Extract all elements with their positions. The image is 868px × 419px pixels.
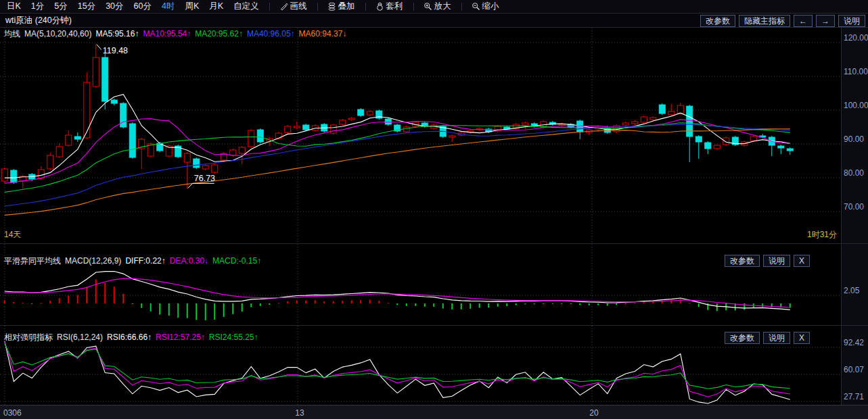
period-tab-日K[interactable]: 日K bbox=[7, 1, 21, 12]
price-tick: 120.00 bbox=[844, 33, 868, 43]
modify-params-button[interactable]: 改参数 bbox=[700, 15, 735, 27]
low-pointer-line bbox=[188, 183, 214, 188]
price-tick: 100.00 bbox=[844, 101, 868, 110]
tool-叠加[interactable]: 叠加 bbox=[327, 1, 355, 12]
period-tab-月K[interactable]: 月K bbox=[209, 1, 223, 12]
main-price-axis: 120.00110.00100.0090.0080.0070.00 bbox=[841, 28, 868, 243]
rsi-tick: 60.07 bbox=[844, 365, 864, 374]
pencil-icon bbox=[279, 2, 288, 11]
macd-canvas-wrap[interactable]: 平滑异同平均线MACD(12,26,9)DIFF:0.22↑DEA:0.30↓M… bbox=[0, 244, 841, 325]
tool-缩小[interactable]: 缩小 bbox=[472, 1, 499, 12]
tool-套利[interactable]: 套利 bbox=[375, 1, 403, 12]
price-tick: 70.00 bbox=[844, 202, 864, 212]
period-tab-60分[interactable]: 60分 bbox=[134, 1, 152, 12]
tool-label: 叠加 bbox=[338, 1, 355, 12]
price-tick: 90.00 bbox=[844, 134, 864, 144]
close-button[interactable]: X bbox=[794, 332, 810, 344]
main-chart-canvas[interactable]: 119.4876.73 bbox=[0, 28, 841, 243]
tool-画线[interactable]: 画线 bbox=[279, 1, 307, 12]
help-button[interactable]: 说明 bbox=[838, 15, 865, 27]
price-tick: 110.00 bbox=[844, 67, 868, 76]
zoom-in-icon bbox=[424, 2, 432, 11]
tool-label: 缩小 bbox=[482, 1, 499, 12]
high-pointer-line bbox=[97, 45, 101, 50]
rsi-canvas[interactable] bbox=[0, 326, 841, 405]
rsi24-line bbox=[5, 343, 790, 389]
period-tab-自定义[interactable]: 自定义 bbox=[233, 1, 259, 12]
tool-label: 画线 bbox=[290, 1, 307, 12]
period-tab-周K[interactable]: 周K bbox=[185, 1, 199, 12]
high-annotation: 119.48 bbox=[103, 46, 128, 55]
period-tab-30分[interactable]: 30分 bbox=[106, 1, 123, 12]
period-tab-4时[interactable]: 4时 bbox=[162, 1, 175, 12]
rsi-buttons: 改参数说明X bbox=[721, 332, 810, 344]
titlebar-buttons: 改参数隐藏主指标←→说明 bbox=[697, 14, 865, 26]
tool-label: 放大 bbox=[434, 1, 451, 12]
arbitrage-icon bbox=[375, 2, 384, 11]
rsi-canvas-wrap[interactable]: 相对强弱指标RSI(6,12,24)RSI6:66.66↑RSI12:57.25… bbox=[0, 326, 841, 405]
date-label: 13 bbox=[295, 408, 304, 418]
ma20-line bbox=[5, 123, 790, 193]
main-chart-canvas-wrap[interactable]: 均线MA(5,10,20,40,60)MA5:95.16↑MA10:95.54↑… bbox=[0, 28, 841, 243]
toolbar-separator bbox=[413, 3, 414, 11]
top-toolbar: 日K1分5分15分30分60分4时周K月K自定义画线叠加套利放大缩小 bbox=[0, 0, 868, 14]
date-label: 0306 bbox=[3, 408, 22, 418]
hide-main-indicator-button[interactable]: 隐藏主指标 bbox=[739, 15, 790, 27]
rsi-panel: 相对强弱指标RSI(6,12,24)RSI6:66.66↑RSI12:57.25… bbox=[0, 326, 868, 405]
modify-params-button[interactable]: 改参数 bbox=[725, 255, 760, 267]
rsi-tick: 92.42 bbox=[844, 338, 864, 347]
toolbar-separator bbox=[461, 3, 462, 11]
ma60-line bbox=[5, 129, 790, 216]
macd-buttons: 改参数说明X bbox=[721, 255, 810, 267]
help-button[interactable]: 说明 bbox=[763, 255, 790, 267]
macd-panel: 平滑异同平均线MACD(12,26,9)DIFF:0.22↑DEA:0.30↓M… bbox=[0, 244, 868, 326]
instrument-title: wti原油 (240分钟) bbox=[5, 15, 72, 26]
tool-放大[interactable]: 放大 bbox=[424, 1, 451, 12]
toolbar-separator bbox=[269, 3, 270, 11]
period-tab-5分[interactable]: 5分 bbox=[54, 1, 67, 12]
period-tab-15分[interactable]: 15分 bbox=[78, 1, 95, 12]
macd-tick: 2.05 bbox=[844, 286, 859, 295]
dea-line bbox=[5, 278, 790, 307]
rsi12-line bbox=[5, 341, 790, 397]
close-button[interactable]: X bbox=[794, 255, 810, 267]
main-chart-panel: 均线MA(5,10,20,40,60)MA5:95.16↑MA10:95.54↑… bbox=[0, 28, 868, 244]
price-tick: 80.00 bbox=[844, 168, 864, 178]
x-axis-bar: 03061320 bbox=[0, 405, 868, 419]
date-label: 20 bbox=[589, 408, 598, 418]
rsi-axis: 92.4260.0727.71 bbox=[841, 326, 868, 405]
toolbar-separator bbox=[317, 3, 318, 11]
next-arrow-button[interactable]: → bbox=[816, 15, 835, 27]
modify-params-button[interactable]: 改参数 bbox=[725, 332, 760, 344]
rsi-tick: 27.71 bbox=[844, 392, 864, 401]
macd-axis: 2.05 bbox=[841, 244, 868, 325]
layers-icon bbox=[327, 2, 336, 11]
tool-label: 套利 bbox=[386, 1, 403, 12]
toolbar-separator bbox=[365, 3, 366, 11]
candles-layer bbox=[1, 45, 793, 189]
help-button[interactable]: 说明 bbox=[763, 332, 790, 344]
period-tab-1分[interactable]: 1分 bbox=[31, 1, 44, 12]
title-bar: wti原油 (240分钟) 改参数隐藏主指标←→说明 bbox=[0, 14, 868, 28]
prev-arrow-button[interactable]: ← bbox=[794, 15, 813, 27]
low-annotation: 76.73 bbox=[194, 174, 215, 183]
macd-canvas[interactable] bbox=[0, 244, 841, 325]
macd-histogram bbox=[5, 279, 790, 320]
zoom-out-icon bbox=[472, 2, 480, 11]
